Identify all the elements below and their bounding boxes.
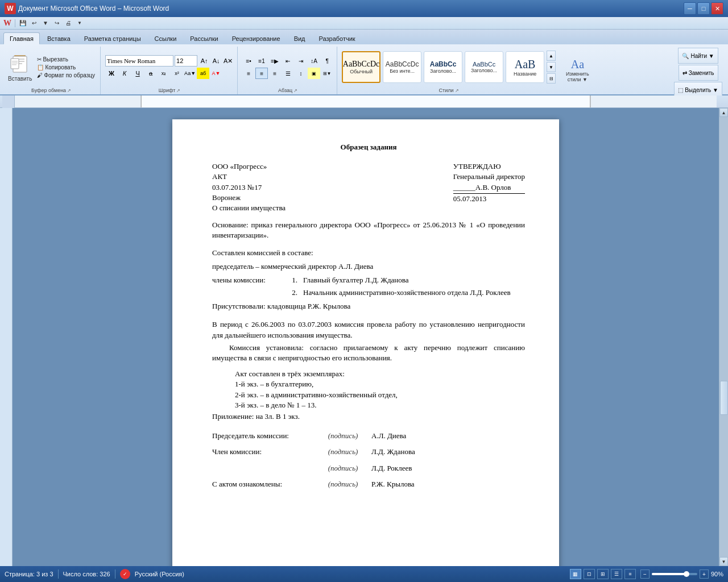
scroll-track[interactable] — [719, 117, 728, 557]
scroll-down-button[interactable]: ▼ — [719, 557, 728, 566]
font-case-button[interactable]: Аа▼ — [184, 68, 196, 79]
zoom-out-button[interactable]: − — [640, 569, 650, 579]
increase-font-button[interactable]: A↑ — [198, 55, 210, 66]
tab-view[interactable]: Вид — [288, 32, 312, 44]
ribbon-bar: Вставить ✂ Вырезать 📋 Копировать 🖌 Форма… — [0, 44, 728, 95]
font-color-button[interactable]: А▼ — [210, 68, 222, 79]
paste-button[interactable]: Вставить — [6, 52, 34, 83]
style-scroll-down[interactable]: ▼ — [547, 62, 556, 72]
copy-button[interactable]: 📋 Копировать — [35, 64, 97, 71]
align-left-button[interactable]: ≡ — [242, 68, 255, 79]
paragraph-expand-icon[interactable]: ↗ — [293, 88, 297, 93]
print-view-button[interactable]: ▦ — [570, 569, 581, 579]
act-copies-section: Акт составлен в трёх экземплярах: 1-й эк… — [235, 369, 525, 410]
print-preview-button[interactable]: 🖨 — [63, 18, 73, 28]
tab-review[interactable]: Рецензирование — [226, 32, 287, 44]
change-styles-button[interactable]: Aa Изменитьстили ▼ — [564, 57, 592, 84]
style-heading2[interactable]: AaBbCc Заголово... — [465, 51, 503, 83]
shading-button[interactable]: ▣ — [308, 68, 320, 79]
italic-button[interactable]: К — [118, 68, 131, 79]
bullets-button[interactable]: ≡• — [242, 55, 255, 66]
border-button[interactable]: ⊞▼ — [321, 68, 333, 79]
sig4-name: Р.Ж. Крылова — [371, 479, 525, 489]
zoom-fill — [652, 573, 686, 575]
spell-check-icon[interactable]: ✓ — [120, 569, 130, 579]
tab-references[interactable]: Ссылки — [148, 32, 183, 44]
increase-indent-button[interactable]: ⇥ — [295, 55, 307, 66]
svg-rect-8 — [12, 64, 16, 65]
underline-button[interactable]: Ч — [131, 68, 144, 79]
bold-button[interactable]: Ж — [105, 68, 118, 79]
tab-insert[interactable]: Вставка — [41, 32, 77, 44]
draft-view-button[interactable]: ≡ — [624, 569, 636, 579]
format-painter-button[interactable]: 🖌 Формат по образцу — [35, 72, 97, 79]
fullscreen-view-button[interactable]: ⊡ — [584, 569, 595, 579]
close-button[interactable]: ✕ — [711, 2, 723, 15]
undo-button[interactable]: ↩ — [29, 18, 39, 28]
style-nav-buttons: ▲ ▼ ⊟ — [547, 51, 556, 84]
decrease-font-button[interactable]: A↓ — [210, 55, 222, 66]
align-right-button[interactable]: ≡ — [268, 68, 281, 79]
replace-button[interactable]: ⇄ Заменить — [679, 65, 718, 81]
styles-expand-icon[interactable]: ↗ — [455, 88, 459, 93]
outline-view-button[interactable]: ☰ — [611, 569, 622, 579]
multilevel-button[interactable]: ≡▶ — [268, 55, 281, 66]
styles-content: AaBbCcDc Обычный AaBbCcDc Без инте... Aa… — [342, 48, 556, 86]
cut-button[interactable]: ✂ Вырезать — [35, 56, 97, 63]
redo-button[interactable]: ↪ — [52, 18, 62, 28]
numbering-button[interactable]: ≡1 — [255, 55, 268, 66]
paste-label: Вставить — [8, 76, 32, 82]
style-heading1[interactable]: AaBbCc Заголово... — [424, 51, 462, 83]
undo-dropdown[interactable]: ▼ — [40, 18, 51, 28]
font-name-input[interactable] — [105, 55, 173, 66]
sig1-name: А.Л. Диева — [371, 431, 525, 441]
find-button[interactable]: 🔍 Найти ▼ — [678, 48, 718, 64]
style-scroll-up[interactable]: ▲ — [547, 51, 556, 61]
style-title[interactable]: AaB Название — [506, 51, 544, 83]
period-section: В период с 26.06.2003 по 03.07.2003 коми… — [212, 319, 525, 340]
copy1: 1-й экз. – в бухгалтерию, — [235, 379, 525, 389]
style-expand[interactable]: ⊟ — [547, 73, 556, 84]
web-view-button[interactable]: ⊞ — [597, 569, 609, 579]
scroll-up-button[interactable]: ▲ — [719, 108, 728, 117]
decrease-indent-button[interactable]: ⇤ — [282, 55, 294, 66]
change-styles-label: Изменитьстили ▼ — [566, 71, 589, 82]
sig3-sign: (подпись) — [315, 463, 371, 473]
line-spacing-button[interactable]: ↕ — [295, 68, 307, 79]
style-normal[interactable]: AaBbCcDc Обычный — [342, 51, 380, 83]
tab-mailings[interactable]: Рассылки — [184, 32, 224, 44]
member1-num: 1. — [286, 275, 303, 285]
zoom-thumb[interactable] — [684, 571, 689, 577]
style-no-spacing[interactable]: AaBbCcDc Без инте... — [383, 51, 421, 83]
approve-sign: ______А.В. Орлов — [453, 183, 511, 192]
minimize-button[interactable]: ─ — [684, 2, 696, 15]
tab-developer[interactable]: Разработчик — [313, 32, 362, 44]
sort-button[interactable]: ↕A — [308, 55, 320, 66]
tab-layout[interactable]: Разметка страницы — [78, 32, 147, 44]
show-hide-button[interactable]: ¶ — [321, 55, 333, 66]
document-area[interactable]: Образец задания ООО «Прогресс» АКТ 03.07… — [13, 108, 719, 566]
scroll-thumb[interactable] — [720, 381, 728, 415]
save-button[interactable]: 💾 — [18, 18, 28, 28]
status-left: Страница: 3 из 3 Число слов: 326 ✓ Русск… — [5, 569, 184, 579]
highlight-button[interactable]: аб — [197, 68, 209, 79]
appendix-section: Приложение: на 3л. В 1 экз. — [212, 411, 525, 422]
subscript-button[interactable]: x₂ — [158, 68, 170, 79]
window-title: Документ Microsoft Office Word – Microso… — [18, 5, 169, 13]
paragraph-buttons: ≡• ≡1 ≡▶ ⇤ ⇥ ↕A ¶ ≡ ≡ ≡ ☰ ↕ ▣ ⊞▼ — [242, 55, 333, 79]
zoom-track[interactable] — [652, 573, 697, 575]
approve-sign-row: ______А.В. Орлов — [453, 182, 525, 194]
superscript-button[interactable]: x² — [171, 68, 183, 79]
align-center-button[interactable]: ≡ — [255, 68, 268, 79]
clear-format-button[interactable]: A✕ — [222, 55, 234, 66]
zoom-in-button[interactable]: + — [700, 569, 709, 579]
tab-home[interactable]: Главная — [3, 32, 40, 44]
strikethrough-button[interactable]: а — [144, 68, 157, 79]
font-expand-icon[interactable]: ↗ — [176, 88, 180, 93]
document-page: Образец задания ООО «Прогресс» АКТ 03.07… — [172, 119, 559, 566]
clipboard-expand-icon[interactable]: ↗ — [67, 88, 71, 93]
customize-dropdown[interactable]: ▼ — [75, 18, 85, 28]
justify-button[interactable]: ☰ — [282, 68, 294, 79]
font-size-input[interactable] — [175, 55, 197, 66]
maximize-button[interactable]: □ — [697, 2, 710, 15]
